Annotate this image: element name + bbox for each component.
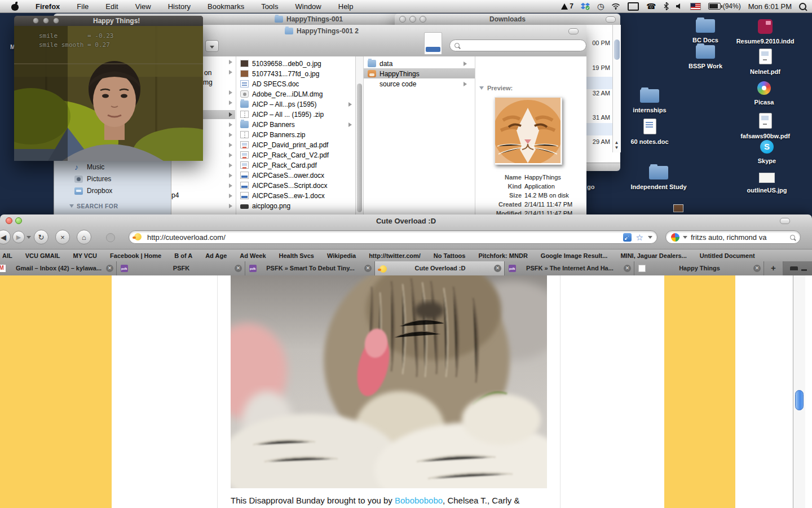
desktop-icon-photo[interactable] <box>647 204 709 214</box>
call-icon[interactable]: ☎ <box>646 2 656 10</box>
menu-bookmarks[interactable]: Bookmarks <box>208 2 244 11</box>
desktop-icon-picasa[interactable]: Picasa <box>733 81 795 106</box>
column-scrollbar[interactable] <box>355 56 363 214</box>
toolbar-toggle-pill[interactable] <box>606 16 616 23</box>
downloads-scrollbar[interactable]: ▲▼ <box>612 25 621 152</box>
desktop-icon-independent-study[interactable]: Independent Study <box>628 166 690 190</box>
file-row[interactable]: AICP – All...ps (1595) <box>240 99 317 109</box>
view-dropdown-button[interactable] <box>205 40 219 52</box>
menu-window[interactable]: Window <box>295 2 321 11</box>
url-bar[interactable]: http://cuteoverload.com/ ☆ <box>129 230 657 244</box>
apple-menu-icon[interactable] <box>11 2 19 11</box>
bookmark-item[interactable]: MINI, Jaguar Dealers... <box>620 252 686 259</box>
bookmark-item[interactable]: VCU GMAIL <box>25 252 60 259</box>
column-divider[interactable] <box>363 56 364 214</box>
disclosure-triangle-icon[interactable] <box>69 204 74 208</box>
tab-gmail[interactable]: Gmail – Inbox (42) – kylawa... ✕ <box>0 261 117 275</box>
close-button[interactable] <box>33 17 39 24</box>
bookmark-item[interactable]: Ad Age <box>205 252 227 259</box>
tab-close-icon[interactable]: ✕ <box>624 265 631 272</box>
tab-close-icon[interactable]: ✕ <box>106 265 113 272</box>
stop-button[interactable]: × <box>55 230 70 244</box>
reload-button[interactable]: ↻ <box>34 230 48 244</box>
menu-app-name[interactable]: Firefox <box>36 2 60 11</box>
desktop-icon-fafsa[interactable]: fafsaws90bw.pdf <box>734 113 796 139</box>
file-row[interactable]: Adobe_Cre...iDLM.dmg <box>240 89 323 99</box>
bookmark-item[interactable]: Ad Week <box>240 252 266 259</box>
disclosure-triangle-icon[interactable] <box>479 86 484 90</box>
desktop-icon-nelnet[interactable]: Nelnet.pdf <box>734 49 796 75</box>
zoom-button[interactable] <box>420 16 426 23</box>
finder-front-chrome[interactable]: HappyThings-001 2 <box>203 25 586 57</box>
tab-close-icon[interactable]: ✕ <box>364 265 372 272</box>
desktop-icon-internships[interactable]: internships <box>619 89 681 113</box>
search-engine-dropdown-icon[interactable] <box>683 236 687 239</box>
scrollbar-thumb[interactable] <box>795 390 804 410</box>
desktop-icon-bc-docs[interactable]: BC Docs <box>674 19 736 43</box>
scrollbar-thumb[interactable] <box>357 84 362 212</box>
bookmark-item[interactable]: Facebook | Home <box>110 252 161 259</box>
volume-icon[interactable] <box>676 3 683 10</box>
finder-search-field[interactable] <box>449 40 586 51</box>
rss-icon[interactable] <box>623 233 632 242</box>
url-text[interactable]: http://cuteoverload.com/ <box>147 233 619 242</box>
tab-close-icon[interactable]: ✕ <box>753 265 761 272</box>
column-divider[interactable] <box>236 56 236 214</box>
minimize-button[interactable] <box>43 17 49 24</box>
webcam-titlebar[interactable]: Happy Things! <box>14 16 203 26</box>
new-tab-button[interactable]: + <box>764 261 783 275</box>
file-row[interactable]: AICPCaseS...ower.docx <box>240 170 324 180</box>
toolbar-toggle-pill[interactable] <box>568 28 579 34</box>
sidebar-item-dropbox[interactable]: Dropbox <box>74 187 112 195</box>
search-bar[interactable]: fritzs auto, richmond va <box>665 230 801 244</box>
forward-button[interactable]: ▶ <box>12 231 25 243</box>
toolbar-toggle-pill[interactable] <box>780 218 790 224</box>
bookmark-item[interactable]: No Tattoos <box>434 252 466 259</box>
bluetooth-icon[interactable] <box>664 2 669 10</box>
us-flag-icon[interactable] <box>690 3 701 10</box>
bookmark-item[interactable]: MY VCU <box>73 252 97 259</box>
bookmark-item[interactable]: AIL <box>2 252 12 259</box>
tab-happy-things[interactable]: Happy Things ✕ <box>634 261 764 275</box>
partial-desktop-label-go[interactable]: go <box>587 183 594 190</box>
menu-edit[interactable]: Edit <box>105 2 118 11</box>
caption-link[interactable]: Bobobobobo <box>395 496 443 505</box>
desktop-icon-bssp-work[interactable]: BSSP Work <box>674 45 736 69</box>
tab-list-button[interactable] <box>783 261 812 275</box>
zoom-button[interactable] <box>53 17 59 24</box>
tab-psfk[interactable]: PSFK ✕ <box>117 261 245 275</box>
downloads-titlebar[interactable]: Downloads <box>395 14 620 25</box>
file-row[interactable]: AICPCaseS...ew-1.docx <box>240 191 325 200</box>
tab-cute-overload[interactable]: Cute Overload :D ✕ <box>375 261 505 275</box>
addon-icon[interactable] <box>106 233 115 242</box>
menu-help[interactable]: Help <box>338 2 354 11</box>
docx-document-icon[interactable] <box>424 32 442 55</box>
menu-clock[interactable]: Mon 6:01 PM <box>748 2 792 11</box>
page-scrollbar[interactable] <box>793 275 806 508</box>
file-row[interactable]: AICP_Rack_Card_V2.pdf <box>240 150 329 160</box>
bookmark-item[interactable]: Wikipedia <box>327 252 356 259</box>
minimize-button[interactable] <box>409 16 416 23</box>
folder-row-source-code[interactable]: source code <box>368 79 416 89</box>
menu-tools[interactable]: Tools <box>261 2 278 11</box>
sidebar-search-for-header[interactable]: SEARCH FOR <box>69 203 118 209</box>
tab-close-icon[interactable]: ✕ <box>494 265 501 272</box>
folder-row-data[interactable]: data <box>368 59 392 68</box>
file-row[interactable]: AD SPECS.doc <box>240 79 299 89</box>
file-row[interactable]: aicplogo.png <box>240 201 290 211</box>
bookmark-item[interactable]: Google Image Result... <box>541 252 608 259</box>
file-row[interactable]: 51039658...deb0_o.jpg <box>240 59 321 68</box>
file-row[interactable]: AICPCaseS...Script.docx <box>240 181 327 190</box>
scrollbar-arrows[interactable]: ▲▼ <box>613 140 620 150</box>
adobe-a7-icon[interactable]: 7 <box>561 2 573 10</box>
app-row-happythings[interactable]: HappyThings <box>368 69 420 78</box>
column-divider[interactable] <box>475 56 475 214</box>
bookmark-item[interactable]: Pitchfork: MNDR <box>478 252 527 259</box>
file-row[interactable]: AICP – All ... (1595) .zip <box>240 110 324 119</box>
file-row[interactable]: AICP Banners.zip <box>240 130 306 139</box>
wifi-icon[interactable] <box>611 3 620 10</box>
tab-close-icon[interactable]: ✕ <box>235 265 242 272</box>
tab-psfk-internet[interactable]: PSFK » The Internet And Ha... ✕ <box>505 261 634 275</box>
battery-icon[interactable]: (94%) <box>708 2 741 10</box>
menu-view[interactable]: View <box>135 2 151 11</box>
